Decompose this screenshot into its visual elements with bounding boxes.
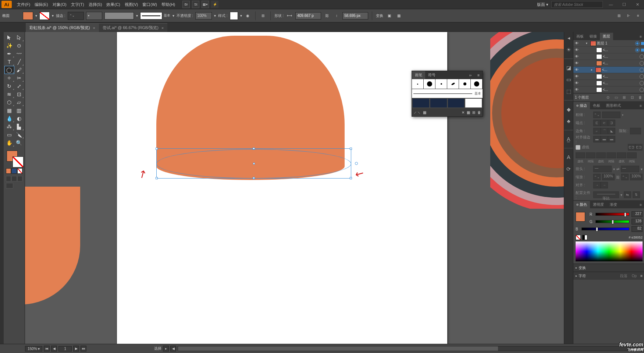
isolate-icon[interactable]: ▣ [385, 12, 393, 20]
rotate-tool[interactable]: ↻ [4, 82, 14, 90]
hscroll-right[interactable]: ▶ [637, 346, 643, 352]
option2-icon[interactable]: ⊩ [625, 12, 632, 20]
properties-icon[interactable]: ◪ [564, 63, 573, 72]
scale-end[interactable]: 100% [630, 174, 643, 180]
stock-icon[interactable]: St [192, 1, 199, 8]
g-value[interactable]: 128 [631, 219, 643, 225]
remove-brush-icon[interactable]: ✕ [462, 110, 465, 114]
new-brush-icon[interactable]: ⊞ [472, 110, 475, 114]
align-icon[interactable]: ⊞ [259, 12, 267, 20]
brushes-icon[interactable]: ◆ [564, 105, 573, 114]
new-layer-icon[interactable]: ⊡ [629, 95, 635, 99]
window-close[interactable]: ✕ [632, 1, 643, 7]
eraser-tool[interactable]: ✂ [14, 74, 24, 82]
g-slider[interactable] [595, 220, 629, 223]
panel-tab-brushes[interactable]: 画笔 [412, 71, 425, 79]
tab-swatches[interactable]: 色板 [590, 102, 603, 109]
search-stock-input[interactable] [551, 1, 603, 8]
shape-builder-tool[interactable]: ⬡ [4, 98, 14, 106]
flip-h-icon[interactable]: ⇆ [624, 191, 631, 198]
tab-inactive[interactable]: 尝试.ai* @ 66.67% (RGB/预览) × [99, 23, 167, 32]
arrow-align1[interactable]: → [593, 182, 601, 188]
menu-select[interactable]: 选择(S) [86, 0, 104, 9]
weight-stepper[interactable]: ⌃⌄ [593, 112, 601, 118]
curvature-tool[interactable]: 〰 [14, 50, 24, 58]
paintbrush-tool[interactable]: 🖌 [14, 66, 24, 74]
basic-brush-row[interactable]: 基本 [412, 89, 483, 98]
tab-graphic-styles[interactable]: 图形样式 [603, 102, 624, 109]
menu-effect[interactable]: 效果(C) [104, 0, 122, 9]
dash-align[interactable]: ⊏⊐ [635, 144, 643, 151]
tab-color[interactable]: 颜色 [573, 201, 590, 208]
transform-collapsed[interactable]: ▸变换 [573, 264, 644, 272]
none-mode-icon[interactable] [17, 168, 22, 174]
fill-stroke-box[interactable] [4, 149, 24, 167]
swatches-icon[interactable]: ⬚ [564, 87, 573, 96]
menu-file[interactable]: 文件(F) [15, 0, 32, 9]
brush-lib-icon[interactable]: ⟋⟍ [413, 110, 421, 114]
tab-stroke[interactable]: 描边 [573, 102, 590, 109]
link-wh-icon[interactable]: ⛓ [323, 12, 331, 20]
style-swatch[interactable] [230, 12, 238, 20]
target-icon[interactable] [635, 41, 640, 46]
brush-lib2-icon[interactable]: ▦ [423, 110, 426, 114]
tab-gradient[interactable]: 渐变 [607, 201, 620, 208]
brush-thumb[interactable] [424, 79, 435, 89]
canvas[interactable]: ↗ ↗ 画笔 符号 ›› ≡ 基本 [25, 32, 564, 344]
ellipse-tool[interactable]: ◯ [4, 66, 14, 74]
bw-chip[interactable] [582, 235, 587, 240]
character-collapsed[interactable]: ▸字符段落Op≡ [573, 272, 644, 280]
join-round[interactable]: ⌒ [601, 128, 608, 134]
color-mode-icon[interactable] [6, 168, 11, 174]
h-scrollbar[interactable] [178, 346, 635, 351]
arrange-docs-icon[interactable]: ▦▾ [202, 1, 209, 8]
live-corner-widget[interactable] [355, 162, 358, 165]
dash-preserve[interactable]: ⊏⊐ [628, 144, 635, 151]
menu-object[interactable]: 对象(O) [50, 0, 69, 9]
cap-butt[interactable]: ⊏ [593, 120, 601, 126]
ellipse-path[interactable] [156, 149, 351, 179]
libraries-icon[interactable]: ▭ [564, 75, 573, 84]
close-icon[interactable]: × [161, 26, 164, 30]
pen-tool[interactable]: ✒ [4, 50, 14, 58]
blend-tool[interactable]: ◐ [14, 114, 24, 123]
delete-layer-icon[interactable]: 🗑 [637, 95, 643, 99]
brush-thumb[interactable] [448, 98, 465, 108]
join-miter[interactable]: ⌐ [593, 128, 601, 134]
r-value[interactable]: 227 [631, 211, 643, 217]
collapse-icon[interactable]: ›› [466, 71, 474, 79]
draw-normal-icon[interactable] [6, 176, 11, 181]
panel-menu-icon[interactable]: ≡ [637, 102, 644, 109]
gpu-icon[interactable]: ⚡ [211, 1, 218, 8]
symbol-sprayer-tool[interactable]: ⁂ [4, 123, 14, 131]
align-inside[interactable]: ▬ [601, 136, 608, 142]
link-icon[interactable]: ⛓ [616, 175, 620, 179]
tab-layers[interactable]: 图层 [600, 33, 613, 40]
stroke-swatch[interactable] [39, 12, 50, 20]
menu-type[interactable]: 文字(T) [69, 0, 86, 9]
lasso-tool[interactable]: ⊙ [14, 42, 24, 50]
tab-artboards[interactable]: 画板 [573, 33, 587, 40]
brush-thumb[interactable] [412, 79, 424, 89]
perspective-tool[interactable]: ▱ [14, 98, 24, 106]
menu-edit[interactable]: 编辑(E) [32, 0, 50, 9]
artboard-last-icon[interactable]: ⏭ [81, 346, 86, 352]
layer-row[interactable]: 👁<... [573, 80, 644, 87]
panel-menu-icon[interactable]: ≡ [637, 33, 644, 40]
b-slider[interactable] [581, 227, 629, 230]
draw-behind-icon[interactable] [11, 176, 17, 181]
tab-active[interactable]: 彩虹线条.ai* @ 150% (RGB/预览) × [26, 23, 99, 32]
limit-input[interactable] [630, 128, 641, 134]
layer-row[interactable]: 👁<... [573, 53, 644, 60]
draw-inside-icon[interactable] [17, 176, 22, 181]
cap-round[interactable]: ⊂ [601, 120, 608, 126]
symbols-icon[interactable]: ♣ [564, 117, 573, 126]
align-center[interactable]: ▬ [593, 136, 601, 142]
arrow-end[interactable]: — [621, 166, 639, 172]
gradient-mode-icon[interactable] [11, 168, 17, 174]
zoom-tool[interactable]: 🔍 [14, 139, 24, 147]
shape-height-input[interactable] [342, 12, 368, 20]
menu-help[interactable]: 帮助(H) [159, 0, 177, 9]
mesh-tool[interactable]: ▦ [4, 106, 14, 114]
window-minimize[interactable]: — [606, 1, 616, 7]
